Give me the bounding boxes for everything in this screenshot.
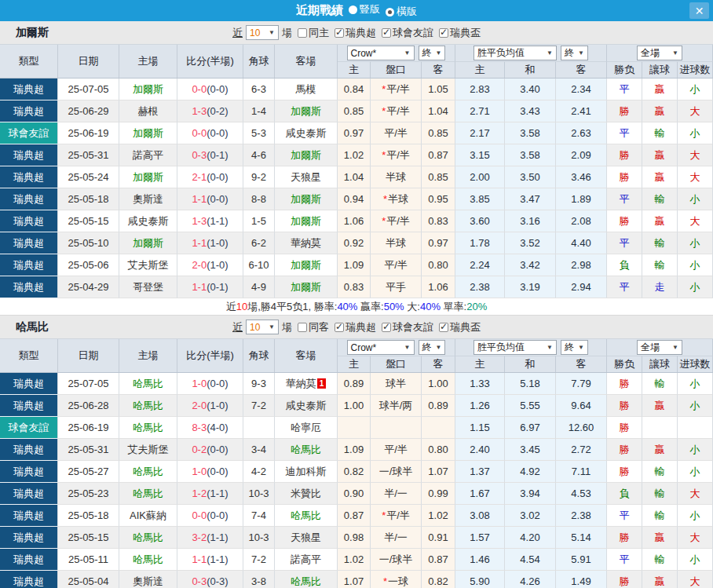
odds-final-select[interactable]: 終▼ [419,340,446,355]
fulltime-select[interactable]: 全場▼ [637,46,682,60]
corners-cell: 1-5 [243,210,275,232]
header-sub_result: 勝负 [607,61,642,78]
mean-home-cell: 2.00 [455,166,505,188]
handicap-text: 半球 [386,170,406,184]
header-sub_away: 客 [422,356,455,372]
chevron-down-icon: ▼ [436,344,442,351]
mean-final-select[interactable]: 終▼ [561,46,588,60]
home-team-cell: 艾夫斯堡 [119,439,177,461]
chevron-down-icon: ▼ [672,49,678,57]
mean-away-cell: 2.08 [556,210,607,232]
odds-home-cell [338,417,371,439]
layout-option-vertical[interactable]: 豎版 [349,2,380,16]
score-cell: 3-2(1-1) [177,527,243,549]
live-star-icon: * [383,193,387,205]
league-checkbox[interactable]: 瑞典超 [335,26,376,40]
fulltime-score: 2-1 [192,171,207,183]
home-team-cell: 艾夫斯堡 [119,254,177,276]
odds-home-cell: 1.09 [338,439,371,461]
games-label: 場 [282,26,292,40]
games-count-select[interactable]: 10▼ [246,320,279,334]
handicap-cell: 半/一 [371,483,422,505]
handicap-cell: *平/半 [371,210,422,232]
handicap-cell: *平/半 [371,144,422,166]
away-team-cell: 加爾斯 [275,100,338,122]
match-row: 瑞典超25-07-05加爾斯0-0(0-0)6-3馬模0.84*平/半1.052… [0,79,713,100]
fulltime-score: 8-3 [192,422,207,433]
home-team-cell: 加爾斯 [119,166,177,188]
header-col_date: 日期 [58,45,119,78]
fulltime-select[interactable]: 全場▼ [637,340,682,355]
odds-final-select[interactable]: 終▼ [419,46,446,60]
odds-source-select[interactable]: Crow*▼ [347,46,415,60]
odds-away-cell: 0.91 [422,527,455,549]
score-cell: 1-1(1-1) [177,549,243,571]
odds-home-cell: 0.82 [338,461,371,483]
away-team-name: 加爾斯 [291,192,321,206]
goals-cell: 小 [678,549,713,571]
halftime-score: (0-0) [207,171,228,183]
fulltime-score: 1-3 [192,105,207,117]
same-filter-checkbox[interactable]: 同客 [298,320,329,334]
away-team-name: 加爾斯 [291,104,321,119]
league-label: 瑞典盃 [450,26,481,40]
league-checkbox[interactable]: 瑞典超 [335,320,376,334]
summary-part: 50% [384,301,404,312]
league-checkbox[interactable]: 瑞典盃 [439,320,481,334]
header-sub_goals: 进球数 [678,61,713,78]
date-cell: 25-05-10 [58,232,119,254]
odds-away-cell: 0.87 [422,549,455,571]
league-type-cell: 瑞典超 [0,232,58,254]
live-star-icon: * [383,575,387,587]
score-cell: 1-2(1-1) [177,483,243,505]
away-team-name: 加爾斯 [291,258,321,272]
odds-home-cell: 1.02 [338,144,371,166]
mean-home-cell: 5.90 [455,571,505,588]
handicap-text: 半球 [386,236,406,250]
mean-draw-cell: 3.02 [505,505,556,527]
recent-link[interactable]: 近 [232,26,243,40]
league-checkbox[interactable]: 瑞典盃 [439,26,481,40]
layout-option-horizontal[interactable]: 橫版 [386,5,417,19]
mean-away-cell: 2.34 [556,79,607,100]
mean-away-cell: 5.91 [556,549,607,571]
recent-link[interactable]: 近 [232,320,243,334]
mean-draw-cell: 4.26 [505,571,556,588]
games-count-select[interactable]: 10▼ [246,25,279,40]
handicap-cell: 平/半 [371,439,422,461]
handicap-result-cell: 輸 [642,122,678,144]
league-label: 瑞典盃 [450,320,481,334]
checkbox-icon [439,28,448,38]
chevron-down-icon: ▼ [578,344,584,351]
team-name: 加爾斯 [16,26,49,40]
header-sub_mean_draw: 和 [505,61,556,78]
mean-select[interactable]: 胜平负均值▼ [474,340,557,355]
mean-away-cell: 2.94 [556,276,607,298]
odds-source-select[interactable]: Crow*▼ [347,340,415,355]
close-button[interactable]: ✕ [689,2,709,19]
chevron-down-icon: ▼ [269,29,275,36]
same-filter-checkbox[interactable]: 同主 [298,26,329,40]
team-section: 哈馬比近10▼場同客瑞典超球會友誼瑞典盃類型日期主場比分(半場)角球客場Crow… [0,316,713,588]
live-star-icon: * [382,83,386,95]
league-type-cell: 瑞典超 [0,166,58,188]
away-team-cell: 華納莫 [275,232,338,254]
league-checkbox[interactable]: 球會友誼 [382,320,433,334]
dialog-title: 近期戰績 [296,3,343,18]
handicap-cell: 一/球半 [371,549,422,571]
mean-final-select[interactable]: 終▼ [561,340,588,355]
league-checkbox[interactable]: 球會友誼 [382,26,433,40]
goals-cell: 小 [678,122,713,144]
fulltime-score: 0-0 [192,509,207,521]
match-row: 瑞典超25-05-10加爾斯1-1(1-0)6-2華納莫0.92半球0.971.… [0,232,713,254]
home-team-cell: 加爾斯 [119,79,177,100]
handicap-result-cell: 贏 [642,144,678,166]
halftime-score: (1-1) [207,215,228,227]
match-row: 瑞典超25-07-05哈馬比1-0(0-0)9-3華納莫10.89球半1.001… [0,373,713,395]
mean-draw-cell: 3.94 [505,483,556,505]
mean-select[interactable]: 胜平负均值▼ [474,46,557,60]
date-cell: 25-06-19 [58,417,119,439]
odds-home-cell: 1.04 [338,166,371,188]
away-team-name: 咸史泰斯 [286,399,327,413]
header-sub_handicap: 盤口 [371,61,422,78]
